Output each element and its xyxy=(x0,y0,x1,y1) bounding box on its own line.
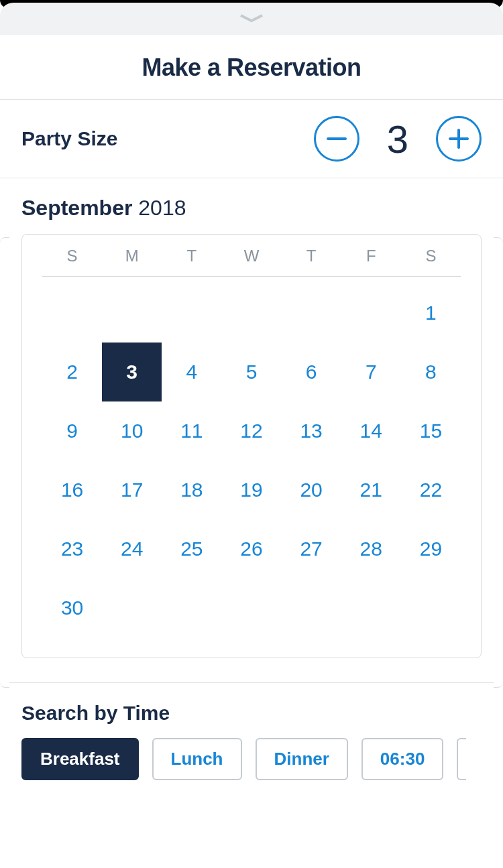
calendar-day[interactable]: 1 xyxy=(401,284,461,343)
day-number: 17 xyxy=(121,479,143,501)
calendar-day[interactable]: 3 xyxy=(102,343,162,401)
calendar-day[interactable]: 13 xyxy=(282,401,341,460)
search-time-label: Search by Time xyxy=(21,702,482,725)
party-size-value: 3 xyxy=(381,117,414,162)
calendar-week: 9101112131415 xyxy=(42,401,461,460)
calendar-week: 16171819202122 xyxy=(42,460,461,519)
next-month-peek[interactable] xyxy=(494,237,503,688)
day-number: 16 xyxy=(61,479,83,501)
calendar-day[interactable]: 2 xyxy=(42,343,102,401)
day-number: 12 xyxy=(240,420,262,442)
day-number: 14 xyxy=(360,420,382,442)
calendar-day-empty xyxy=(221,578,281,637)
calendar-day-empty xyxy=(102,578,162,637)
time-chip[interactable]: Dinner xyxy=(256,738,348,780)
day-number: 3 xyxy=(126,361,137,383)
calendar-day[interactable]: 10 xyxy=(102,401,162,460)
minus-icon xyxy=(327,137,347,140)
calendar-day[interactable]: 18 xyxy=(162,460,221,519)
day-header: T xyxy=(162,247,221,265)
day-number: 24 xyxy=(121,538,143,560)
calendar-day[interactable]: 28 xyxy=(341,519,401,578)
calendar-day[interactable]: 15 xyxy=(401,401,461,460)
calendar-day[interactable]: 24 xyxy=(102,519,162,578)
calendar-day[interactable]: 17 xyxy=(102,460,162,519)
day-number: 10 xyxy=(121,420,143,442)
calendar-day[interactable]: 26 xyxy=(221,519,281,578)
day-number: 20 xyxy=(300,479,322,501)
calendar-day-empty xyxy=(162,578,221,637)
calendar-week: 1 xyxy=(42,284,461,343)
day-number: 29 xyxy=(420,538,442,560)
party-size-section: Party Size 3 xyxy=(0,100,503,178)
calendar-day[interactable]: 20 xyxy=(282,460,341,519)
increment-button[interactable] xyxy=(436,116,482,162)
prev-month-peek[interactable] xyxy=(0,237,9,688)
party-size-controls: 3 xyxy=(314,116,482,162)
calendar-day-empty xyxy=(221,284,281,343)
day-number: 26 xyxy=(240,538,262,560)
calendar-day[interactable]: 11 xyxy=(162,401,221,460)
calendar-day-empty xyxy=(102,284,162,343)
time-chip[interactable]: 06:30 xyxy=(361,738,444,780)
day-number: 4 xyxy=(186,361,198,383)
day-header: F xyxy=(341,247,401,265)
calendar-day[interactable]: 6 xyxy=(282,343,341,401)
day-number: 15 xyxy=(420,420,442,442)
calendar-day-empty xyxy=(42,284,102,343)
calendar-day[interactable]: 14 xyxy=(341,401,401,460)
day-header: T xyxy=(282,247,341,265)
day-header: W xyxy=(221,247,281,265)
day-number: 7 xyxy=(366,361,377,383)
page-title: Make a Reservation xyxy=(0,54,503,82)
drawer-handle-area[interactable] xyxy=(0,3,503,35)
day-number: 9 xyxy=(66,420,78,442)
calendar-box: SMTWTFS 12345678910111213141516171819202… xyxy=(21,234,482,658)
calendar-day[interactable]: 30 xyxy=(42,578,102,637)
calendar-day[interactable]: 8 xyxy=(401,343,461,401)
decrement-button[interactable] xyxy=(314,116,359,162)
calendar-day[interactable]: 16 xyxy=(42,460,102,519)
title-section: Make a Reservation xyxy=(0,35,503,100)
calendar-day[interactable]: 23 xyxy=(42,519,102,578)
calendar-day[interactable]: 7 xyxy=(341,343,401,401)
calendar-day-empty xyxy=(401,578,461,637)
calendar-day[interactable]: 21 xyxy=(341,460,401,519)
day-number: 5 xyxy=(246,361,258,383)
calendar-day[interactable]: 5 xyxy=(221,343,281,401)
year-value: 2018 xyxy=(138,196,186,220)
day-number: 1 xyxy=(425,302,437,324)
day-number: 22 xyxy=(420,479,442,501)
calendar-week: 23242526272829 xyxy=(42,519,461,578)
day-number: 11 xyxy=(180,420,203,442)
time-chip[interactable]: Lunch xyxy=(152,738,242,780)
calendar-day[interactable]: 27 xyxy=(282,519,341,578)
calendar-day[interactable]: 29 xyxy=(401,519,461,578)
calendar-day[interactable]: 4 xyxy=(162,343,221,401)
day-number: 19 xyxy=(240,479,262,501)
calendar-day-empty xyxy=(341,578,401,637)
calendar-day[interactable]: 12 xyxy=(221,401,281,460)
day-number: 23 xyxy=(61,538,83,560)
search-time-section: Search by Time BreakfastLunchDinner06:30 xyxy=(0,683,503,794)
day-header: S xyxy=(42,247,102,265)
month-year-label: September 2018 xyxy=(0,196,503,234)
party-size-label: Party Size xyxy=(21,127,117,150)
day-header: M xyxy=(102,247,162,265)
calendar-day[interactable]: 25 xyxy=(162,519,221,578)
calendar-header-row: SMTWTFS xyxy=(42,247,461,277)
day-number: 2 xyxy=(66,361,78,383)
calendar-grid: SMTWTFS 12345678910111213141516171819202… xyxy=(42,247,461,637)
calendar-day-empty xyxy=(341,284,401,343)
calendar-day-empty xyxy=(282,578,341,637)
time-chip-peek[interactable] xyxy=(457,738,466,780)
calendar-week: 30 xyxy=(42,578,461,637)
day-number: 30 xyxy=(61,597,83,619)
calendar-day[interactable]: 19 xyxy=(221,460,281,519)
month-name: September xyxy=(21,196,132,220)
calendar-day[interactable]: 9 xyxy=(42,401,102,460)
calendar-day[interactable]: 22 xyxy=(401,460,461,519)
time-chip[interactable]: Breakfast xyxy=(21,738,139,780)
day-number: 18 xyxy=(180,479,203,501)
day-number: 8 xyxy=(425,361,437,383)
